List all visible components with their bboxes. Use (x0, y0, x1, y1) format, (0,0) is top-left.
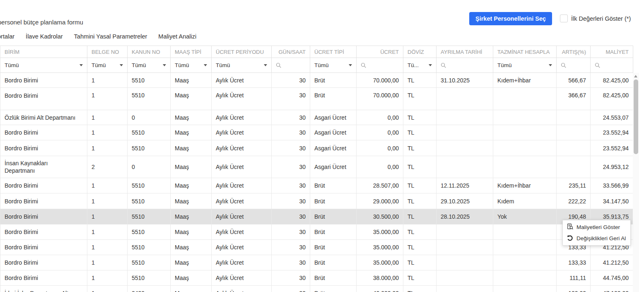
table-row[interactable]: Bordro Birimi15510MaaşAylık Ücret30Asgar… (0, 140, 633, 156)
grid-cell-bi-ri-m[interactable]: Bordro Birimi (0, 224, 87, 239)
grid-cell-kanun-no[interactable]: 5510 (128, 178, 171, 193)
grid-cell-tazmi-nat-hesapla[interactable] (493, 255, 557, 270)
column-header-g-n-saat[interactable]: GÜN/SAAT (272, 46, 310, 58)
grid-cell-cret[interactable]: 0,00 (357, 125, 403, 140)
grid-cell-cret-ti-pi[interactable]: Asgari Ücret (310, 125, 357, 140)
grid-cell-arti[interactable]: 222,22 (557, 193, 591, 209)
column-header-arti[interactable]: ARTIŞ(%) (557, 46, 591, 58)
grid-cell-belge-no[interactable]: 1 (87, 270, 128, 285)
grid-cell-cret[interactable]: 30.500,00 (357, 209, 403, 224)
grid-cell-cret-ti-pi[interactable]: Brüt (310, 270, 357, 285)
grid-cell-d-vi-z[interactable]: TL (403, 240, 437, 255)
grid-cell-arti[interactable] (557, 125, 591, 140)
grid-cell-g-n-saat[interactable]: 30 (272, 125, 310, 140)
scrollbar-thumb[interactable] (634, 80, 638, 154)
grid-cell-d-vi-z[interactable]: TL (403, 286, 437, 292)
grid-cell-belge-no[interactable]: 1 (87, 193, 128, 209)
grid-cell-bi-ri-m[interactable]: Bordro Birimi (0, 270, 87, 285)
grid-cell-belge-no[interactable]: 1 (87, 125, 128, 140)
grid-cell-g-n-saat[interactable]: 30 (272, 140, 310, 156)
grid-cell-ayrilma-tari-hi[interactable]: 29.10.2025 (437, 193, 493, 209)
grid-cell-tazmi-nat-hesapla[interactable] (493, 125, 557, 140)
grid-cell-maa-ti-pi[interactable]: Maaş (171, 286, 212, 292)
grid-cell-g-n-saat[interactable]: 30 (272, 156, 310, 178)
grid-cell-g-n-saat[interactable]: 30 (272, 88, 310, 110)
filter-ayrilma-tari-hi[interactable] (437, 58, 493, 72)
grid-cell-cret-ti-pi[interactable]: Brüt (310, 286, 357, 292)
grid-cell-cret-peri-yodu[interactable]: Aylık Ücret (212, 193, 272, 209)
grid-cell-kanun-no[interactable]: 5510 (128, 88, 171, 110)
grid-cell-cret[interactable]: 35.000,00 (357, 224, 403, 239)
grid-cell-arti[interactable]: 566,67 (557, 73, 591, 87)
grid-cell-cret-ti-pi[interactable]: Asgari Ücret (310, 156, 357, 178)
grid-cell-g-n-saat[interactable]: 30 (272, 270, 310, 285)
grid-cell-maa-ti-pi[interactable]: Maaş (171, 270, 212, 285)
column-header-cret-peri-yodu[interactable]: ÜCRET PERİYODU (212, 46, 272, 58)
grid-cell-belge-no[interactable]: 1 (87, 240, 128, 255)
grid-cell-kanun-no[interactable]: 5510 (128, 255, 171, 270)
grid-cell-tazmi-nat-hesapla[interactable] (493, 140, 557, 156)
grid-cell-tazmi-nat-hesapla[interactable]: Kıdem+İhbar (493, 73, 557, 87)
show-initial-values-checkbox[interactable] (560, 14, 568, 22)
grid-cell-tazmi-nat-hesapla[interactable]: Kıdem+İhbar (493, 178, 557, 193)
grid-cell-cret[interactable]: 70.000,00 (357, 88, 403, 110)
grid-cell-bi-ri-m[interactable]: İnsan Kaynakları Departmanı (0, 156, 87, 178)
grid-cell-cret-peri-yodu[interactable]: Aylık Ücret (212, 110, 272, 125)
grid-cell-belge-no[interactable]: 2 (87, 156, 128, 178)
grid-cell-mali-yet[interactable]: 23.552,94 (591, 125, 633, 140)
grid-cell-kanun-no[interactable]: 5510 (128, 270, 171, 285)
grid-cell-g-n-saat[interactable]: 30 (272, 240, 310, 255)
grid-cell-kanun-no[interactable]: 5510 (128, 209, 171, 224)
table-row[interactable]: Bordro Birimi15510MaaşAylık Ücret30Brüt7… (0, 73, 633, 88)
grid-cell-cret[interactable]: 70.000,00 (357, 73, 403, 87)
chevron-down-icon[interactable] (429, 64, 432, 66)
column-header-maa-ti-pi[interactable]: MAAŞ TİPİ (171, 46, 212, 58)
grid-cell-cret-ti-pi[interactable]: Brüt (310, 178, 357, 193)
select-company-personnel-button[interactable]: Şirket Personellerini Seç (469, 12, 552, 25)
grid-cell-cret[interactable]: 35.000,00 (357, 255, 403, 270)
grid-cell-d-vi-z[interactable]: TL (403, 73, 437, 87)
tab-kadrolar[interactable]: ortalar (0, 33, 14, 40)
grid-cell-kanun-no[interactable]: 0 (128, 110, 171, 125)
grid-cell-ayrilma-tari-hi[interactable] (437, 255, 493, 270)
grid-cell-maa-ti-pi[interactable]: Maaş (171, 156, 212, 178)
grid-cell-kanun-no[interactable]: 5510 (128, 140, 171, 156)
grid-cell-d-vi-z[interactable]: TL (403, 193, 437, 209)
grid-cell-bi-ri-m[interactable]: Bordro Birimi (0, 140, 87, 156)
grid-cell-kanun-no[interactable]: 3420 (128, 286, 171, 292)
table-row[interactable]: İnsan Kaynakları Departmanı20MaaşAylık Ü… (0, 156, 633, 178)
grid-cell-cret[interactable]: 0,00 (357, 140, 403, 156)
grid-cell-ayrilma-tari-hi[interactable] (437, 224, 493, 239)
chevron-down-icon[interactable] (204, 64, 207, 66)
grid-cell-cret[interactable]: 29.000,00 (357, 193, 403, 209)
table-row[interactable]: Bordro Birimi15510MaaşAylık Ücret30Brüt3… (0, 255, 633, 270)
filter-cret[interactable] (357, 58, 403, 72)
grid-cell-ayrilma-tari-hi[interactable] (437, 125, 493, 140)
grid-cell-ayrilma-tari-hi[interactable] (437, 270, 493, 285)
grid-cell-belge-no[interactable]: 1 (87, 73, 128, 87)
grid-cell-maa-ti-pi[interactable]: Maaş (171, 178, 212, 193)
table-row[interactable]: Bordro Birimi15510MaaşAylık Ücret30Brüt2… (0, 178, 633, 193)
grid-cell-cret[interactable]: 28.507,00 (357, 178, 403, 193)
grid-cell-bi-ri-m[interactable]: Bordro Birimi (0, 193, 87, 209)
grid-cell-belge-no[interactable]: 1 (87, 140, 128, 156)
grid-cell-arti[interactable] (557, 110, 591, 125)
filter-cret-peri-yodu[interactable]: Tümü (212, 58, 272, 72)
grid-cell-g-n-saat[interactable]: 30 (272, 178, 310, 193)
grid-cell-ayrilma-tari-hi[interactable]: 12.11.2025 (437, 178, 493, 193)
grid-cell-tazmi-nat-hesapla[interactable]: Yok (493, 209, 557, 224)
grid-cell-cret[interactable]: 40.000,00 (357, 286, 403, 292)
grid-cell-tazmi-nat-hesapla[interactable] (493, 240, 557, 255)
grid-cell-maa-ti-pi[interactable]: Maaş (171, 110, 212, 125)
grid-cell-ayrilma-tari-hi[interactable] (437, 140, 493, 156)
column-header-mali-yet[interactable]: MALİYET (591, 46, 633, 58)
column-header-bi-ri-m[interactable]: BİRİM (0, 46, 87, 58)
grid-cell-belge-no[interactable]: 1 (87, 88, 128, 110)
grid-cell-mali-yet[interactable]: 24.553,07 (591, 110, 633, 125)
vertical-scrollbar[interactable] (633, 73, 639, 292)
grid-cell-mali-yet[interactable]: 47.100,00 (591, 286, 633, 292)
column-header-cret[interactable]: ÜCRET (357, 46, 403, 58)
grid-cell-cret-peri-yodu[interactable]: Aylık Ücret (212, 270, 272, 285)
grid-cell-tazmi-nat-hesapla[interactable] (493, 224, 557, 239)
grid-cell-maa-ti-pi[interactable]: Maaş (171, 140, 212, 156)
